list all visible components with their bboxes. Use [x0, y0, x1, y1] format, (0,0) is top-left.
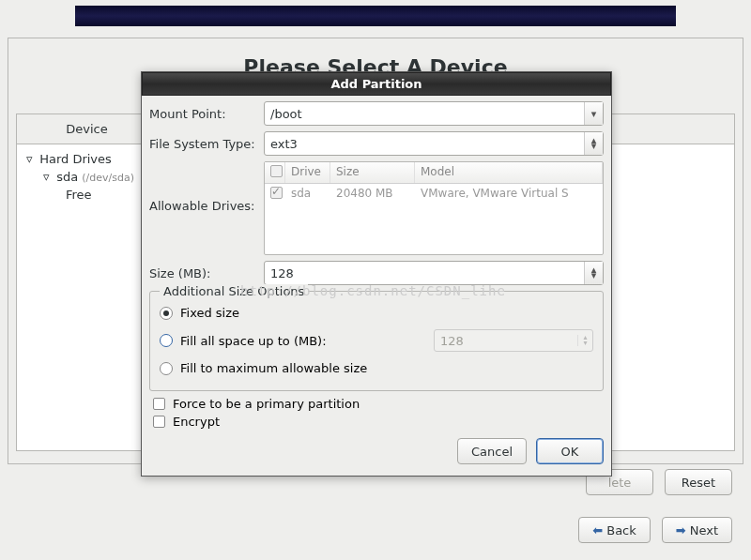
reset-button[interactable]: Reset: [665, 469, 732, 495]
force-primary-option[interactable]: Force to be a primary partition: [153, 397, 604, 411]
fixed-size-label: Fixed size: [180, 306, 239, 320]
checkbox-checked-icon[interactable]: [270, 187, 283, 199]
column-model[interactable]: Model: [415, 162, 603, 183]
force-primary-label: Force to be a primary partition: [173, 397, 360, 411]
dialog-titlebar[interactable]: Add Partition: [142, 72, 611, 96]
size-value[interactable]: 128: [265, 262, 584, 284]
checkbox-icon[interactable]: [153, 416, 165, 428]
fill-up-to-label: Fill all space up to (MB):: [180, 334, 327, 348]
add-partition-dialog: Add Partition Mount Point: /boot ▾ File …: [141, 71, 612, 477]
watermark-text: http://blog.csdn.net/CSDN_lihe: [240, 283, 506, 298]
fill-up-to-option[interactable]: Fill all space up to (MB): 128 ▴▾: [160, 329, 593, 352]
fs-type-row: File System Type: ext3 ▴▾: [149, 131, 604, 156]
encrypt-label: Encrypt: [173, 415, 220, 429]
tree-label-free: Free: [66, 188, 92, 202]
tree-label-drive-path: (/dev/sda): [82, 172, 134, 184]
mount-point-value[interactable]: /boot: [265, 102, 584, 125]
drive-row-name: sda: [285, 184, 330, 204]
cancel-button[interactable]: Cancel: [457, 438, 527, 464]
allowable-drives-row: Allowable Drives: Drive Size Model sda 2…: [149, 161, 604, 255]
size-spinner[interactable]: 128 ▴▾: [264, 261, 604, 285]
back-label: Back: [606, 523, 636, 537]
radio-icon[interactable]: [160, 362, 173, 375]
drive-row-sda[interactable]: sda 20480 MB VMware, VMware Virtual S: [265, 184, 603, 204]
spinner-updown-icon: ▴▾: [577, 335, 592, 346]
radio-icon[interactable]: [160, 334, 173, 347]
encrypt-option[interactable]: Encrypt: [153, 415, 604, 429]
tree-label-drive: sda: [56, 170, 78, 184]
column-device[interactable]: Device: [17, 114, 158, 144]
arrow-left-icon: ⬅: [592, 523, 603, 537]
column-size[interactable]: Size: [330, 162, 415, 183]
allowable-drives-label: Allowable Drives:: [149, 161, 264, 213]
size-label: Size (MB):: [149, 266, 264, 280]
top-banner: [75, 6, 676, 26]
mount-point-combo[interactable]: /boot ▾: [264, 101, 604, 126]
fs-type-combo[interactable]: ext3 ▴▾: [264, 131, 604, 156]
checkbox-icon[interactable]: [153, 398, 165, 410]
fill-up-to-value: 128: [435, 334, 577, 348]
tree-label-hard-drives: Hard Drives: [39, 152, 112, 166]
fill-max-option[interactable]: Fill to maximum allowable size: [160, 361, 593, 375]
back-button[interactable]: ⬅Back: [578, 517, 650, 543]
chevron-down-icon[interactable]: [26, 152, 36, 166]
ok-button[interactable]: OK: [536, 438, 604, 464]
size-row: Size (MB): 128 ▴▾: [149, 261, 604, 285]
wizard-nav: ⬅Back ➡Next: [578, 517, 732, 543]
allowable-drives-list[interactable]: Drive Size Model sda 20480 MB VMware, VM…: [264, 161, 604, 255]
fs-type-label: File System Type:: [149, 137, 264, 151]
arrow-right-icon: ➡: [676, 523, 686, 537]
checkbox-icon[interactable]: [270, 165, 283, 177]
mount-point-row: Mount Point: /boot ▾: [149, 101, 604, 126]
fixed-size-option[interactable]: Fixed size: [160, 306, 593, 320]
additional-size-fieldset: Additional Size Options Fixed size Fill …: [149, 291, 604, 391]
radio-selected-icon[interactable]: [160, 307, 173, 320]
next-button[interactable]: ➡Next: [662, 517, 732, 543]
drive-row-size: 20480 MB: [330, 184, 415, 204]
spinner-updown-icon[interactable]: ▴▾: [584, 262, 603, 284]
drive-list-header: Drive Size Model: [265, 162, 603, 184]
fill-max-label: Fill to maximum allowable size: [180, 361, 367, 375]
mount-point-label: Mount Point:: [149, 107, 264, 121]
chevron-down-icon[interactable]: [43, 170, 53, 184]
fill-up-to-spinner: 128 ▴▾: [434, 329, 593, 352]
fs-type-value[interactable]: ext3: [265, 132, 584, 155]
column-check[interactable]: [265, 162, 285, 183]
updown-icon[interactable]: ▴▾: [584, 132, 603, 155]
next-label: Next: [690, 523, 718, 537]
column-drive[interactable]: Drive: [285, 162, 330, 183]
dialog-actions: Cancel OK: [149, 432, 604, 466]
drive-row-model: VMware, VMware Virtual S: [415, 184, 603, 204]
chevron-down-icon[interactable]: ▾: [584, 102, 603, 125]
